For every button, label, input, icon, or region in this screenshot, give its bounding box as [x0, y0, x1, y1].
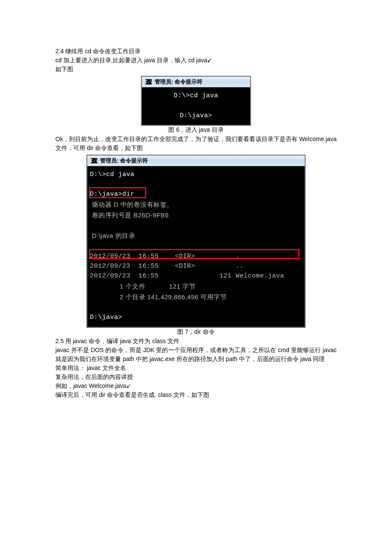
figure-7: C:\ 管理员: 命令提示符 D:\>cd java D:\java>dir 驱… [55, 155, 337, 327]
paragraph: 例如，javac Welcome.java↙ [55, 382, 337, 390]
terminal-body: D:\>cd java D:\java> [142, 87, 250, 125]
terminal-line: 2012/09/23 16:55 <DIR> . [90, 253, 240, 260]
cmd-icon: C:\ [91, 158, 98, 164]
document-page: 2.4 继续用 cd 命令改变工作目录 cd 加上要进入的目录,比如要进入 ja… [0, 0, 392, 421]
terminal-line: D:\>cd java [90, 171, 135, 178]
terminal-line: 1 个文件 121 字节 [90, 283, 196, 290]
terminal-body: D:\>cd java D:\java>dir 驱动器 D 中的卷没有标签。 卷… [87, 166, 305, 327]
paragraph: Ok，到目前为止，改变工作目录的工作全部完成了，为了验证，我们要看看该目录下是否… [55, 135, 337, 153]
terminal-window: C:\ 管理员: 命令提示符 D:\>cd java D:\java> [141, 76, 251, 125]
terminal-line: 2 个目录 141,429,866,496 可用字节 [90, 293, 227, 301]
terminal-title-text: 管理员: 命令提示符 [100, 157, 148, 165]
section-heading-2-5: 2.5 用 javac 命令，编译 java 文件为 class 文件 [55, 337, 337, 346]
terminal-line: D:\java 的目录 [90, 232, 135, 239]
terminal-line: 2012/09/23 16:55 121 Welcome.java [90, 272, 284, 280]
paragraph: 简单用法： javac 文件全名 [55, 364, 337, 373]
terminal-line: 卷的序列号是 B26D-9FB6 [90, 211, 169, 219]
terminal-line: 2012/09/23 16:55 <DIR> .. [90, 263, 244, 270]
terminal-line: D:\java> [180, 112, 212, 119]
paragraph: cd 加上要进入的目录,比如要进入 java 目录，输入 cd java↙ [55, 56, 337, 65]
terminal-titlebar: C:\ 管理员: 命令提示符 [87, 156, 305, 166]
terminal-line: 驱动器 D 中的卷没有标签。 [90, 201, 173, 208]
paragraph: 如下图 [55, 65, 337, 74]
terminal-titlebar: C:\ 管理员: 命令提示符 [142, 77, 250, 87]
paragraph: 编译完后，可用 dir 命令查看是否生成. class 文件，如下图 [55, 390, 337, 399]
paragraph: javac 并不是 DOS 的命令，而是 JDK 里的一个应用程序，或者称为工具… [55, 346, 337, 364]
terminal-line: D:\java>dir [90, 191, 135, 198]
terminal-window: C:\ 管理员: 命令提示符 D:\>cd java D:\java>dir 驱… [87, 155, 305, 327]
terminal-line: D:\>cd java [174, 92, 219, 99]
cmd-icon: C:\ [145, 79, 152, 85]
section-heading-2-4: 2.4 继续用 cd 命令改变工作目录 [55, 47, 337, 56]
paragraph: 复杂用法，在后面的内容讲授 [55, 373, 337, 382]
terminal-title-text: 管理员: 命令提示符 [155, 78, 202, 86]
figure-7-caption: 图 7，dir 命令 [55, 328, 337, 336]
terminal-line: D:\java> [90, 314, 122, 321]
figure-6: C:\ 管理员: 命令提示符 D:\>cd java D:\java> [55, 76, 337, 125]
figure-6-caption: 图 6，进入 java 目录 [55, 126, 337, 134]
